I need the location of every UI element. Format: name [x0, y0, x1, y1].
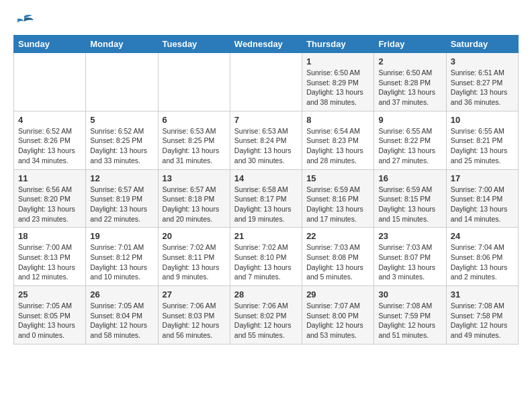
day-number: 25 [18, 289, 81, 300]
day-number: 17 [451, 173, 514, 183]
calendar-day-cell: 10Sunrise: 6:55 AM Sunset: 8:21 PM Dayli… [446, 111, 518, 169]
calendar-day-cell: 15Sunrise: 6:59 AM Sunset: 8:16 PM Dayli… [302, 169, 374, 228]
calendar-empty-cell [14, 53, 86, 111]
calendar-day-cell: 12Sunrise: 6:57 AM Sunset: 8:19 PM Dayli… [86, 169, 158, 228]
calendar-day-cell: 5Sunrise: 6:52 AM Sunset: 8:25 PM Daylig… [86, 111, 158, 169]
calendar-week-row: 25Sunrise: 7:05 AM Sunset: 8:05 PM Dayli… [14, 286, 519, 345]
calendar-day-cell: 19Sunrise: 7:01 AM Sunset: 8:12 PM Dayli… [86, 228, 158, 286]
day-number: 13 [163, 173, 226, 183]
day-number: 1 [306, 56, 369, 66]
day-info-text: Sunrise: 6:51 AM Sunset: 8:27 PM Dayligh… [451, 68, 514, 107]
day-info-text: Sunrise: 7:08 AM Sunset: 7:58 PM Dayligh… [451, 301, 514, 340]
day-info-text: Sunrise: 7:03 AM Sunset: 8:07 PM Dayligh… [378, 242, 441, 282]
calendar-header-row: SundayMondayTuesdayWednesdayThursdayFrid… [14, 36, 519, 53]
day-info-text: Sunrise: 6:58 AM Sunset: 8:17 PM Dayligh… [234, 185, 298, 224]
calendar-day-cell: 13Sunrise: 6:57 AM Sunset: 8:18 PM Dayli… [158, 169, 230, 228]
day-info-text: Sunrise: 7:05 AM Sunset: 8:04 PM Dayligh… [90, 301, 153, 340]
day-info-text: Sunrise: 6:54 AM Sunset: 8:23 PM Dayligh… [306, 126, 369, 166]
day-info-text: Sunrise: 6:55 AM Sunset: 8:21 PM Dayligh… [451, 126, 514, 166]
weekday-header-tuesday: Tuesday [158, 36, 230, 53]
day-number: 24 [451, 231, 514, 241]
calendar-day-cell: 1Sunrise: 6:50 AM Sunset: 8:29 PM Daylig… [302, 53, 374, 111]
calendar-day-cell: 22Sunrise: 7:03 AM Sunset: 8:08 PM Dayli… [302, 228, 374, 286]
day-info-text: Sunrise: 6:53 AM Sunset: 8:24 PM Dayligh… [234, 126, 298, 166]
calendar-day-cell: 21Sunrise: 7:02 AM Sunset: 8:10 PM Dayli… [230, 228, 302, 286]
calendar-day-cell: 23Sunrise: 7:03 AM Sunset: 8:07 PM Dayli… [374, 228, 446, 286]
day-info-text: Sunrise: 6:57 AM Sunset: 8:18 PM Dayligh… [163, 185, 226, 224]
calendar-week-row: 4Sunrise: 6:52 AM Sunset: 8:26 PM Daylig… [14, 111, 519, 169]
calendar-day-cell: 3Sunrise: 6:51 AM Sunset: 8:27 PM Daylig… [446, 53, 518, 111]
calendar-day-cell: 28Sunrise: 7:06 AM Sunset: 8:02 PM Dayli… [230, 286, 302, 345]
day-number: 18 [18, 231, 81, 241]
logo [13, 13, 34, 28]
calendar-day-cell: 11Sunrise: 6:56 AM Sunset: 8:20 PM Dayli… [14, 169, 86, 228]
day-number: 2 [378, 56, 441, 66]
weekday-header-thursday: Thursday [302, 36, 374, 53]
day-number: 3 [451, 56, 514, 66]
day-number: 6 [163, 115, 226, 125]
calendar-empty-cell [230, 53, 302, 111]
calendar-day-cell: 6Sunrise: 6:53 AM Sunset: 8:25 PM Daylig… [158, 111, 230, 169]
day-number: 15 [306, 173, 369, 183]
day-number: 19 [90, 231, 153, 241]
day-number: 10 [451, 115, 514, 125]
day-number: 21 [234, 231, 298, 241]
calendar-day-cell: 8Sunrise: 6:54 AM Sunset: 8:23 PM Daylig… [302, 111, 374, 169]
day-info-text: Sunrise: 7:05 AM Sunset: 8:05 PM Dayligh… [18, 301, 81, 340]
day-info-text: Sunrise: 6:59 AM Sunset: 8:16 PM Dayligh… [306, 185, 369, 224]
calendar-day-cell: 14Sunrise: 6:58 AM Sunset: 8:17 PM Dayli… [230, 169, 302, 228]
weekday-header-monday: Monday [86, 36, 158, 53]
day-number: 27 [163, 289, 226, 300]
calendar-day-cell: 7Sunrise: 6:53 AM Sunset: 8:24 PM Daylig… [230, 111, 302, 169]
calendar-day-cell: 18Sunrise: 7:00 AM Sunset: 8:13 PM Dayli… [14, 228, 86, 286]
day-number: 14 [234, 173, 298, 183]
day-info-text: Sunrise: 7:07 AM Sunset: 8:00 PM Dayligh… [306, 301, 369, 340]
day-info-text: Sunrise: 7:03 AM Sunset: 8:08 PM Dayligh… [306, 242, 369, 282]
weekday-header-sunday: Sunday [14, 36, 86, 53]
calendar-day-cell: 29Sunrise: 7:07 AM Sunset: 8:00 PM Dayli… [302, 286, 374, 345]
calendar-day-cell: 30Sunrise: 7:08 AM Sunset: 7:59 PM Dayli… [374, 286, 446, 345]
header [13, 13, 519, 28]
calendar-day-cell: 17Sunrise: 7:00 AM Sunset: 8:14 PM Dayli… [446, 169, 518, 228]
day-info-text: Sunrise: 6:52 AM Sunset: 8:25 PM Dayligh… [90, 126, 153, 166]
calendar-day-cell: 26Sunrise: 7:05 AM Sunset: 8:04 PM Dayli… [86, 286, 158, 345]
day-info-text: Sunrise: 6:52 AM Sunset: 8:26 PM Dayligh… [18, 126, 81, 166]
day-number: 16 [378, 173, 441, 183]
page: SundayMondayTuesdayWednesdayThursdayFrid… [0, 0, 532, 351]
calendar-week-row: 18Sunrise: 7:00 AM Sunset: 8:13 PM Dayli… [14, 228, 519, 286]
calendar-week-row: 11Sunrise: 6:56 AM Sunset: 8:20 PM Dayli… [14, 169, 519, 228]
day-info-text: Sunrise: 7:00 AM Sunset: 8:13 PM Dayligh… [18, 242, 81, 282]
day-number: 4 [18, 115, 81, 125]
day-number: 26 [90, 289, 153, 300]
day-info-text: Sunrise: 7:04 AM Sunset: 8:06 PM Dayligh… [451, 242, 514, 282]
calendar-day-cell: 4Sunrise: 6:52 AM Sunset: 8:26 PM Daylig… [14, 111, 86, 169]
calendar-day-cell: 25Sunrise: 7:05 AM Sunset: 8:05 PM Dayli… [14, 286, 86, 345]
day-info-text: Sunrise: 7:08 AM Sunset: 7:59 PM Dayligh… [378, 301, 441, 340]
day-info-text: Sunrise: 6:50 AM Sunset: 8:29 PM Dayligh… [306, 68, 369, 107]
day-info-text: Sunrise: 6:59 AM Sunset: 8:15 PM Dayligh… [378, 185, 441, 224]
day-info-text: Sunrise: 7:01 AM Sunset: 8:12 PM Dayligh… [90, 242, 153, 282]
calendar-week-row: 1Sunrise: 6:50 AM Sunset: 8:29 PM Daylig… [14, 53, 519, 111]
day-info-text: Sunrise: 7:06 AM Sunset: 8:03 PM Dayligh… [163, 301, 226, 340]
day-number: 11 [18, 173, 81, 183]
calendar-day-cell: 24Sunrise: 7:04 AM Sunset: 8:06 PM Dayli… [446, 228, 518, 286]
calendar-empty-cell [86, 53, 158, 111]
day-number: 28 [234, 289, 298, 300]
calendar-day-cell: 20Sunrise: 7:02 AM Sunset: 8:11 PM Dayli… [158, 228, 230, 286]
calendar-day-cell: 2Sunrise: 6:50 AM Sunset: 8:28 PM Daylig… [374, 53, 446, 111]
day-info-text: Sunrise: 6:55 AM Sunset: 8:22 PM Dayligh… [378, 126, 441, 166]
day-number: 7 [234, 115, 298, 125]
weekday-header-friday: Friday [374, 36, 446, 53]
day-number: 23 [378, 231, 441, 241]
day-number: 30 [378, 289, 441, 300]
day-number: 20 [163, 231, 226, 241]
logo-bird-icon [15, 13, 34, 28]
day-info-text: Sunrise: 7:02 AM Sunset: 8:10 PM Dayligh… [234, 242, 298, 282]
calendar-day-cell: 27Sunrise: 7:06 AM Sunset: 8:03 PM Dayli… [158, 286, 230, 345]
day-info-text: Sunrise: 7:00 AM Sunset: 8:14 PM Dayligh… [451, 185, 514, 224]
day-number: 31 [451, 289, 514, 300]
day-info-text: Sunrise: 6:50 AM Sunset: 8:28 PM Dayligh… [378, 68, 441, 107]
day-number: 9 [378, 115, 441, 125]
day-info-text: Sunrise: 6:56 AM Sunset: 8:20 PM Dayligh… [18, 185, 81, 224]
day-info-text: Sunrise: 7:06 AM Sunset: 8:02 PM Dayligh… [234, 301, 298, 340]
